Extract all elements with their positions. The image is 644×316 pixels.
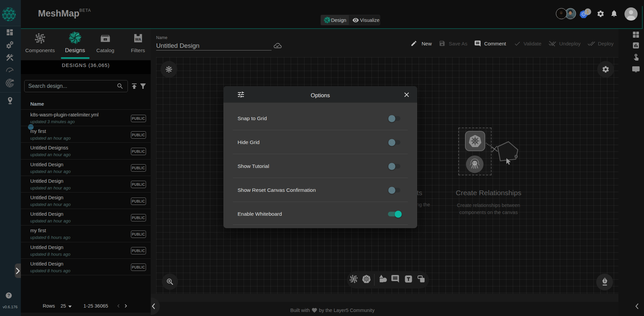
svg-text:WA: WA — [135, 37, 141, 41]
